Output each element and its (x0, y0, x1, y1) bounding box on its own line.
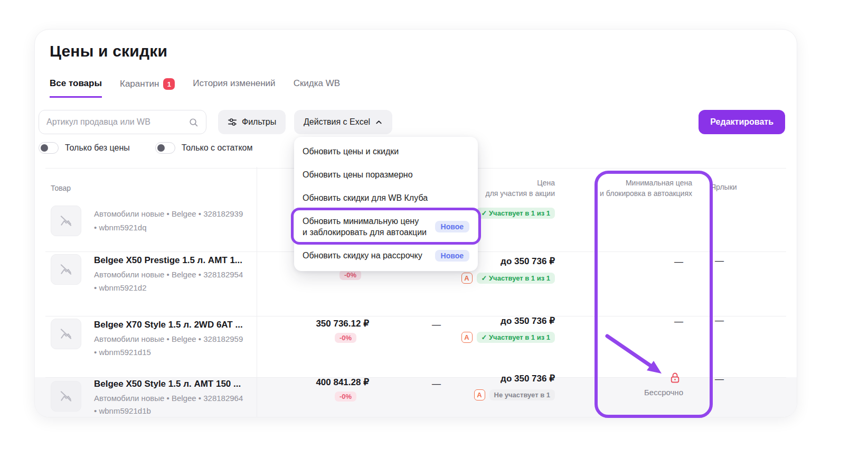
auto-promo-badge: А (474, 389, 485, 400)
excel-actions-label: Действия с Excel (304, 117, 370, 127)
product-title: Belgee X70 Style 1.5 л. 2WD 6AT ... (94, 320, 243, 330)
promo-status: А ✓ Участвует в 1 из 1 (461, 273, 555, 284)
toggle-switch[interactable] (155, 142, 175, 154)
action-price: до 350 736 ₽ (501, 256, 555, 267)
menu-item-label: Обновить минимальную цену и заблокироват… (303, 216, 427, 238)
menu-item-label: Обновить скидки для WB Клуба (303, 193, 428, 203)
product-meta: Автомобили новые • Belgee • 328182939 (94, 209, 243, 218)
column-header-line: Минимальная цена (600, 178, 692, 188)
page-title: Цены и скидки (50, 42, 167, 60)
filters-button-label: Фильтры (242, 117, 276, 127)
chevron-up-icon (375, 118, 383, 126)
lock-icon (669, 371, 681, 386)
toggle-label: Только без цены (65, 143, 130, 153)
search-input[interactable] (46, 117, 188, 127)
promo-participation-pill: ✓ Участвует в 1 из 1 (477, 332, 555, 343)
quick-filters: Только без цены Только с остатком (39, 142, 253, 154)
column-header-line: для участия в акции (486, 188, 555, 199)
tab-all-products-label: Все товары (50, 78, 102, 89)
toggle-switch[interactable] (39, 142, 59, 154)
product-meta: • wbnm5921d1b (94, 406, 151, 415)
product-title: Belgee X50 Style 1.5 л. AMT 150 ... (94, 379, 241, 389)
min-price-value: — (674, 316, 683, 327)
discount-pill: -0% (339, 270, 361, 280)
column-divider (257, 167, 257, 417)
current-price-cell: 400 841.28 ₽ -0% (316, 377, 369, 402)
tab-quarantine-label: Карантин (120, 79, 159, 89)
auto-promo-badge: А (461, 332, 473, 343)
product-meta: • wbnm5921d2 (94, 283, 147, 292)
column-header-line: Цена (486, 178, 555, 188)
product-thumbnail[interactable] (51, 319, 81, 349)
no-photo-icon (59, 263, 73, 276)
min-price-caption: Бессрочно (644, 388, 683, 397)
edit-button[interactable]: Редактировать (699, 110, 785, 134)
product-thumbnail[interactable] (51, 254, 81, 285)
tabs-bar: Все товары Карантин1 История изменений С… (50, 78, 340, 98)
menu-item-update-wb-club-discounts[interactable]: Обновить скидки для WB Клуба (294, 187, 478, 210)
column-header-action-price: Цена для участия в акции (486, 178, 555, 199)
menu-item-update-min-price-block-autopromo[interactable]: Обновить минимальную цену и заблокироват… (294, 210, 478, 244)
excel-actions-menu: Обновить цены и скидки Обновить цены пор… (294, 137, 478, 271)
current-price-cell: 350 736.12 ₽ -0% (316, 318, 369, 343)
prices-and-discounts-card: Цены и скидки Все товары Карантин1 Истор… (34, 29, 797, 417)
current-price: 400 841.28 ₽ (316, 377, 369, 388)
promo-participation-pill: ✓ Участвует в 1 из 1 (477, 273, 555, 284)
toggle-only-without-price[interactable]: Только без цены (39, 142, 130, 154)
column-header-line: и блокировка в автоакциях (600, 188, 692, 199)
quarantine-count-badge: 1 (163, 78, 175, 90)
labels-value: — (715, 374, 724, 385)
search-field[interactable] (39, 110, 206, 134)
auto-promo-badge: А (461, 273, 473, 284)
menu-item-update-prices-by-size[interactable]: Обновить цены поразмерно (294, 163, 478, 187)
tab-history-label: История изменений (193, 78, 275, 89)
club-price-value: — (432, 379, 441, 389)
discount-pill: -0% (335, 392, 356, 402)
tab-quarantine[interactable]: Карантин1 (120, 78, 175, 97)
product-meta: • wbnm5921d15 (94, 348, 151, 357)
menu-item-label-line: Обновить минимальную цену (303, 216, 427, 227)
menu-item-update-installment-discount[interactable]: Обновить скидку на рассрочку Новое (294, 244, 478, 268)
action-price: до 350 736 ₽ (501, 373, 555, 384)
no-photo-icon (59, 327, 73, 341)
min-price-value: — (674, 257, 683, 267)
menu-item-label-line: и заблокировать для автоакции (303, 227, 427, 238)
product-meta: Автомобили новые • Belgee • 328182954 (94, 270, 243, 279)
product-meta: • wbnm5921dq (94, 223, 147, 232)
discount-pill: -0% (335, 333, 356, 343)
toggle-only-with-stock[interactable]: Только с остатком (155, 142, 253, 154)
club-price-value: — (432, 320, 441, 330)
new-badge: Новое (435, 250, 469, 262)
search-icon (188, 117, 199, 127)
product-thumbnail[interactable] (51, 381, 81, 412)
current-price: 350 736.12 ₽ (316, 318, 369, 329)
menu-item-label: Обновить цены и скидки (303, 147, 399, 156)
promo-participation-pill: ✓ Участвует в 1 из 1 (477, 208, 555, 219)
filters-icon (228, 117, 237, 127)
promo-participation-pill: Не участвует в 1 (489, 389, 555, 400)
action-price: до 350 736 ₽ (501, 315, 555, 327)
product-meta: Автомобили новые • Belgee • 328182964 (94, 394, 243, 403)
product-meta: Автомобили новые • Belgee • 328182959 (94, 334, 243, 343)
tab-wb-discount-label: Скидка WB (294, 78, 341, 89)
tab-wb-discount[interactable]: Скидка WB (294, 78, 341, 96)
product-thumbnail[interactable] (51, 206, 81, 236)
menu-item-label: Обновить скидку на рассрочку (303, 251, 422, 260)
tab-all-products[interactable]: Все товары (50, 78, 102, 98)
menu-item-update-prices-discounts[interactable]: Обновить цены и скидки (294, 140, 478, 163)
menu-item-label: Обновить цены поразмерно (303, 170, 413, 180)
new-badge: Новое (435, 221, 469, 232)
promo-status: А Не участвует в 1 (474, 389, 555, 400)
promo-status: А ✓ Участвует в 1 из 1 (461, 332, 555, 343)
labels-value: — (715, 256, 724, 266)
no-photo-icon (59, 214, 73, 228)
tab-history[interactable]: История изменений (193, 78, 275, 96)
labels-value: — (715, 315, 724, 326)
product-title: Belgee X50 Prestige 1.5 л. AMT 1... (94, 255, 242, 266)
column-header-min-price: Минимальная цена и блокировка в автоакци… (600, 178, 692, 199)
no-photo-icon (59, 389, 73, 403)
column-header-labels: Ярлыки (711, 182, 737, 192)
excel-actions-button[interactable]: Действия с Excel (294, 110, 392, 134)
column-header-product: Товар (51, 183, 71, 193)
filters-button[interactable]: Фильтры (218, 110, 286, 134)
